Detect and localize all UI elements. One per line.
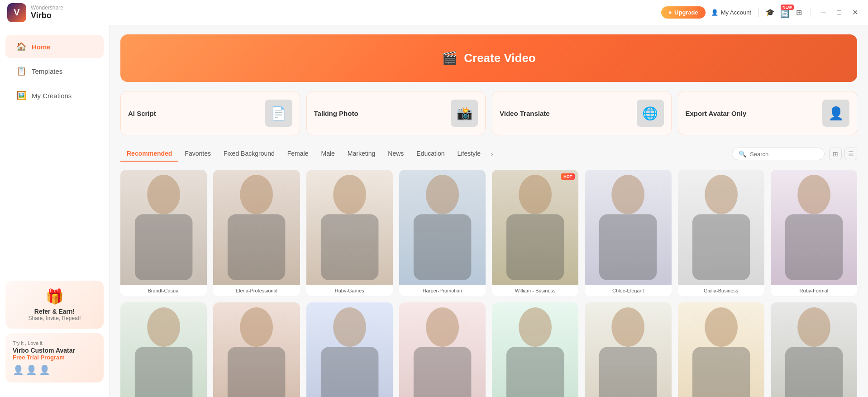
trial-avatars: 👤👤👤 — [13, 364, 96, 375]
close-button[interactable]: ✕ — [849, 7, 861, 18]
create-video-label: Create Video — [464, 51, 535, 65]
tabs-row: Recommended Favorites Fixed Background F… — [120, 146, 857, 162]
svg-point-22 — [426, 307, 459, 347]
account-icon: 👤 — [711, 9, 718, 16]
export-avatar-label: Export Avatar Only — [686, 110, 747, 117]
tab-recommended[interactable]: Recommended — [120, 146, 178, 162]
sidebar: 🏠 Home 📋 Templates 🖼️ My Creations 🎁 Ref… — [0, 25, 110, 397]
app-logo-area: V Wondershare Virbo — [7, 3, 63, 22]
avatar-card-5[interactable]: HOTWilliam - Business — [492, 170, 578, 296]
my-creations-icon: 🖼️ — [16, 91, 26, 100]
svg-point-18 — [240, 307, 273, 347]
my-account-button[interactable]: 👤 My Account — [711, 9, 751, 16]
svg-point-26 — [611, 307, 644, 347]
create-video-banner[interactable]: 🎬 Create Video — [120, 34, 857, 82]
avatar-name-4: Harper-Promotion — [399, 285, 486, 296]
feature-card-ai-script[interactable]: AI Script 📄 — [120, 91, 300, 135]
tab-female[interactable]: Female — [281, 146, 315, 162]
refer-card[interactable]: 🎁 Refer & Earn! Share, Invite, Repeat! — [5, 281, 104, 329]
hot-badge-5: HOT — [561, 173, 575, 180]
svg-rect-13 — [692, 214, 750, 280]
tab-favorites[interactable]: Favorites — [178, 146, 217, 162]
gift-icon: 🎁 — [13, 288, 96, 305]
video-translate-label: Video Translate — [500, 110, 550, 117]
avatar-card-13[interactable]: Harper - News Anchor — [492, 302, 578, 397]
svg-point-24 — [519, 307, 552, 347]
avatar-image-15 — [678, 302, 764, 397]
avatar-name-7: Giulia-Business — [678, 285, 764, 296]
feature-card-talking-photo[interactable]: Talking Photo 📸 — [306, 91, 486, 135]
templates-icon: 📋 — [16, 66, 26, 76]
refer-subtitle: Share, Invite, Repeat! — [13, 315, 96, 321]
avatar-image-10 — [213, 302, 300, 397]
avatar-card-9[interactable]: Arjun - Araber — [120, 302, 207, 397]
tab-lifestyle[interactable]: Lifestyle — [451, 146, 487, 162]
feature-card-export-avatar[interactable]: Export Avatar Only 👤 — [678, 91, 858, 135]
ai-script-image: 📄 — [265, 100, 292, 127]
avatar-image-8 — [771, 170, 857, 285]
product-name: Virbo — [31, 11, 63, 21]
graduation-icon[interactable]: 🎓 — [766, 9, 774, 17]
svg-point-2 — [240, 175, 273, 214]
svg-point-10 — [611, 175, 644, 214]
avatar-card-7[interactable]: Giulia-Business — [678, 170, 764, 296]
search-icon: 🔍 — [739, 150, 746, 158]
avatar-search[interactable]: 🔍 — [732, 148, 825, 160]
search-input[interactable] — [750, 151, 818, 158]
sidebar-item-templates-label: Templates — [32, 67, 62, 75]
tab-marketing[interactable]: Marketing — [341, 146, 382, 162]
tab-fixed-background[interactable]: Fixed Background — [217, 146, 281, 162]
refresh-icon[interactable]: 🔄 — [781, 10, 789, 18]
svg-rect-3 — [228, 214, 286, 280]
avatar-card-6[interactable]: Chloe-Elegant — [585, 170, 671, 296]
maximize-button[interactable]: □ — [834, 8, 844, 18]
avatar-card-15[interactable]: Amara - Traditional — [678, 302, 764, 397]
refresh-icon-wrapper: NEW 🔄 — [781, 7, 789, 18]
feature-card-video-translate[interactable]: Video Translate 🌐 — [492, 91, 672, 135]
sidebar-item-templates[interactable]: 📋 Templates — [5, 60, 104, 82]
sidebar-item-home[interactable]: 🏠 Home — [5, 35, 104, 58]
tab-male[interactable]: Male — [315, 146, 341, 162]
my-account-label: My Account — [721, 9, 751, 16]
avatar-card-3[interactable]: Ruby-Games — [306, 170, 393, 296]
grid-icon[interactable]: ⊞ — [795, 9, 803, 17]
trial-prefix: Try it , Love it. — [13, 340, 96, 346]
avatar-card-16[interactable]: Noppon - Fitness — [771, 302, 857, 397]
refer-title: Refer & Earn! — [13, 308, 96, 315]
tab-education[interactable]: Education — [410, 146, 451, 162]
svg-point-14 — [797, 175, 830, 214]
avatar-name-2: Elena-Professional — [213, 285, 300, 296]
trial-card[interactable]: Try it , Love it. Virbo Custom Avatar Fr… — [5, 333, 104, 383]
svg-point-16 — [147, 307, 180, 347]
export-avatar-image: 👤 — [822, 100, 849, 127]
svg-point-20 — [333, 307, 366, 347]
avatar-name-8: Ruby-Formal — [771, 285, 857, 296]
tabs-more-button[interactable]: › — [487, 149, 497, 159]
avatar-card-1[interactable]: Brandt-Casual — [120, 170, 207, 296]
list-view-button[interactable]: ☰ — [844, 148, 857, 160]
svg-point-4 — [333, 175, 366, 214]
avatar-card-4[interactable]: Harper-Promotion — [399, 170, 486, 296]
avatar-card-14[interactable]: Contee-Leisure — [585, 302, 671, 397]
talking-photo-image: 📸 — [451, 100, 478, 127]
avatar-grid: Brandt-Casual Elena-Professional Ruby-Ga… — [120, 170, 857, 397]
sidebar-item-my-creations[interactable]: 🖼️ My Creations — [5, 84, 104, 107]
svg-point-30 — [797, 307, 830, 347]
minimize-button[interactable]: ─ — [818, 8, 829, 18]
upgrade-button[interactable]: Upgrade — [661, 6, 706, 19]
tab-news[interactable]: News — [382, 146, 410, 162]
view-toggle: ⊞ ☰ — [829, 148, 857, 160]
avatar-card-12[interactable]: John-Marketer — [399, 302, 486, 397]
avatar-card-2[interactable]: Elena-Professional — [213, 170, 300, 296]
grid-view-button[interactable]: ⊞ — [829, 148, 842, 160]
app-body: 🏠 Home 📋 Templates 🖼️ My Creations 🎁 Ref… — [0, 25, 868, 397]
avatar-image-6 — [585, 170, 671, 285]
svg-rect-21 — [320, 347, 378, 397]
svg-rect-5 — [320, 214, 378, 280]
avatar-card-10[interactable]: Gabriel-Business — [213, 302, 300, 397]
avatar-card-11[interactable]: Mina - Hanfu — [306, 302, 393, 397]
avatar-image-11 — [306, 302, 393, 397]
app-logo-text: Wondershare Virbo — [31, 5, 63, 21]
separator-2 — [811, 8, 811, 17]
avatar-card-8[interactable]: Ruby-Formal — [771, 170, 857, 296]
